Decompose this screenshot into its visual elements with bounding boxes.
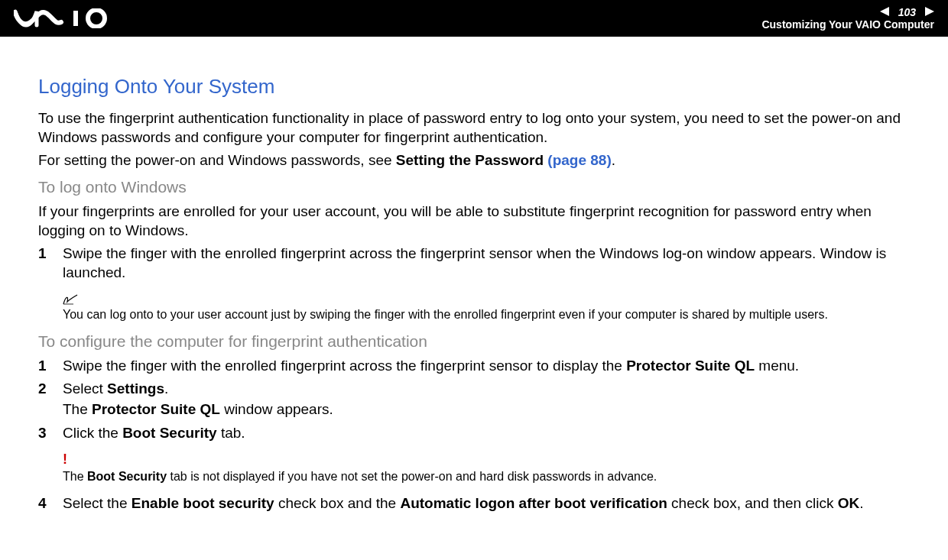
note-icon xyxy=(63,292,910,306)
step-text: Swipe the finger with the enrolled finge… xyxy=(63,357,910,376)
step-1: 1 Swipe the finger with the enrolled fin… xyxy=(38,244,910,282)
step-number: 4 xyxy=(38,494,63,513)
step-number: 1 xyxy=(38,357,63,376)
ref-bold: Setting the Password xyxy=(396,152,547,168)
subheading-log-windows: To log onto Windows xyxy=(38,178,910,196)
cfg-step-1: 1 Swipe the finger with the enrolled fin… xyxy=(38,357,910,376)
cfg-step-3: 3 Click the Boot Security tab. xyxy=(38,424,910,443)
svg-marker-3 xyxy=(925,7,934,16)
svg-rect-0 xyxy=(73,11,78,26)
reference-paragraph: For setting the power-on and Windows pas… xyxy=(38,151,910,170)
header-bar: 103 Customizing Your VAIO Computer xyxy=(0,0,948,37)
step-number: 1 xyxy=(38,244,63,282)
warning-text: The Boot Security tab is not displayed i… xyxy=(63,469,910,485)
step-text: Click the Boot Security tab. xyxy=(63,424,910,443)
sub1-paragraph: If your fingerprints are enrolled for yo… xyxy=(38,202,910,240)
svg-point-1 xyxy=(88,10,105,27)
step-text: Select the Enable boot security check bo… xyxy=(63,494,910,513)
page-number: 103 xyxy=(898,6,916,18)
page-title: Logging Onto Your System xyxy=(38,75,910,99)
step-text: Swipe the finger with the enrolled finge… xyxy=(63,244,910,282)
step-number: 2 xyxy=(38,380,63,419)
warning-icon: ! xyxy=(63,452,910,468)
page-link-88[interactable]: (page 88) xyxy=(547,152,611,168)
note-text: You can log onto to your user account ju… xyxy=(63,307,910,323)
ref-suffix: . xyxy=(612,152,615,168)
step-subtext: The Protector Suite QL window appears. xyxy=(63,400,910,419)
vaio-logo xyxy=(14,8,121,28)
note-block: You can log onto to your user account ju… xyxy=(63,292,910,323)
header-subtitle: Customizing Your VAIO Computer xyxy=(761,18,934,31)
nav-next-icon[interactable] xyxy=(920,6,934,18)
nav-prev-icon[interactable] xyxy=(880,6,894,18)
header-right: 103 Customizing Your VAIO Computer xyxy=(761,6,934,31)
content-area: Logging Onto Your System To use the fing… xyxy=(0,37,948,533)
step-number: 3 xyxy=(38,424,63,443)
cfg-step-4: 4 Select the Enable boot security check … xyxy=(38,494,910,513)
svg-marker-2 xyxy=(880,7,889,16)
warning-block: ! The Boot Security tab is not displayed… xyxy=(63,452,910,485)
cfg-step-2: 2 Select Settings. The Protector Suite Q… xyxy=(38,380,910,419)
ref-prefix: For setting the power-on and Windows pas… xyxy=(38,152,396,168)
intro-paragraph: To use the fingerprint authentication fu… xyxy=(38,109,910,147)
subheading-configure: To configure the computer for fingerprin… xyxy=(38,332,910,351)
step-text: Select Settings. The Protector Suite QL … xyxy=(63,380,910,419)
page-nav: 103 xyxy=(880,6,934,18)
